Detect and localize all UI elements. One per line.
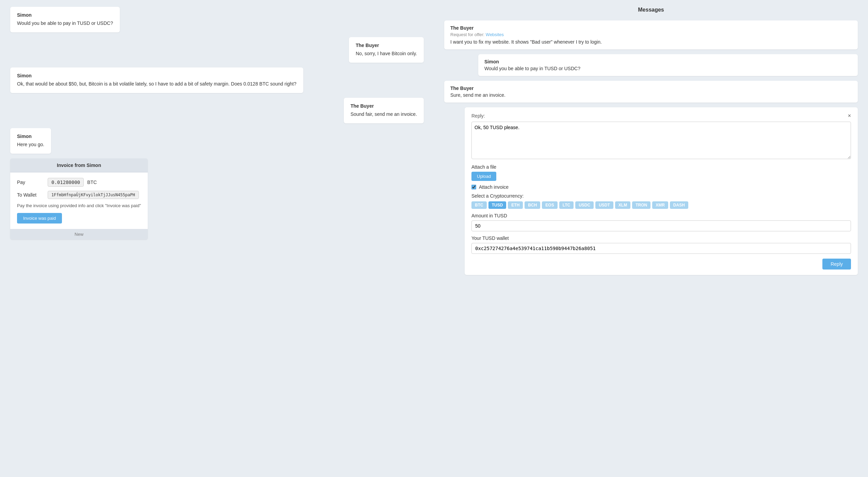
invoice-footer: New [10,229,148,240]
invoice-wallet-label: To Wallet [17,192,44,198]
sender-name-3: Simon [17,73,296,78]
right-msg-simon: Simon Would you be able to pay in TUSD o… [478,54,858,76]
crypto-btn-btc[interactable]: BTC [471,201,487,209]
invoice-paid-button[interactable]: Invoice was paid [17,213,62,224]
invoice-currency: BTC [87,180,97,185]
message-text-4: Sound fair, send me an invoice. [351,111,417,118]
right-msg-buyer-2-text: Sure, send me an invoice. [450,92,852,98]
chat-bubble-1: Simon Would you be able to pay in TUSD o… [10,7,120,32]
right-msg-buyer-2: The Buyer Sure, send me an invoice. [444,81,858,103]
message-text-5: Here you go. [17,141,44,148]
invoice-pay-label: Pay [17,180,44,185]
invoice-body: Pay 0.01280000 BTC To Wallet 1FfmbHfnpaÜ… [10,172,148,229]
invoice-title: Invoice from Simon [57,163,101,168]
invoice-amount: 0.01280000 [48,178,84,187]
chat-bubble-4: The Buyer Sound fair, send me an invoice… [344,98,424,123]
message-text-1: Would you be able to pay in TUSD or USDC… [17,20,113,27]
attach-file-label: Attach a file [471,164,851,170]
upload-button[interactable]: Upload [471,172,496,181]
attach-section: Attach a file Upload [471,164,851,181]
right-msg-buyer-1-offer: Request for offer: Websites [450,32,852,37]
reply-textarea[interactable]: Ok, 50 TUSD please. [471,122,851,159]
offer-link[interactable]: Websites [486,32,504,37]
sender-name-1: Simon [17,12,113,18]
reply-box: Reply: × Ok, 50 TUSD please. Attach a fi… [465,107,858,275]
crypto-btn-xlm[interactable]: XLM [615,201,630,209]
crypto-btn-tusd[interactable]: TUSD [488,201,507,209]
invoice-pay-row: Pay 0.01280000 BTC [17,178,141,187]
right-msg-buyer-1-text: I want you to fix my website. It shows "… [450,39,852,45]
right-panel: Messages The Buyer Request for offer: We… [434,0,868,477]
reply-btn-row: Reply [471,259,851,270]
right-msg-buyer-2-sender: The Buyer [450,86,852,91]
crypto-buttons: BTCTUSDETHBCHEOSLTCUSDCUSDTXLMTRONXMRDAS… [471,201,851,209]
crypto-btn-eth[interactable]: ETH [508,201,523,209]
chat-bubble-5: Simon Here you go. [10,128,51,154]
crypto-btn-bch[interactable]: BCH [525,201,540,209]
invoice-wallet-address: 1FfmbHfnpaÜjKFvyilokTjJJusN455paPH [48,191,139,199]
invoice-note: Pay the invoice using provided info and … [17,203,141,208]
amount-input[interactable] [471,220,851,231]
sender-name-5: Simon [17,134,44,139]
message-text-2: No, sorry, I have Bitcoin only. [356,50,417,57]
crypto-btn-ltc[interactable]: LTC [559,201,574,209]
attach-invoice-label: Attach invoice [479,184,509,190]
reply-label: Reply: [471,113,485,119]
reply-header: Reply: × [471,113,851,119]
chat-bubble-2: The Buyer No, sorry, I have Bitcoin only… [349,37,424,63]
crypto-btn-xmr[interactable]: XMR [652,201,668,209]
reply-submit-button[interactable]: Reply [822,259,851,270]
amount-section: Amount in TUSD [471,213,851,231]
attach-invoice-row: Attach invoice [471,184,851,190]
offer-label: Request for offer: [450,32,484,37]
right-msg-buyer-1: The Buyer Request for offer: Websites I … [444,20,858,49]
crypto-btn-eos[interactable]: EOS [542,201,557,209]
right-msg-buyer-1-sender: The Buyer [450,25,852,31]
messages-title: Messages [444,7,858,13]
invoice-footer-text: New [75,232,83,237]
invoice-card: Invoice from Simon Pay 0.01280000 BTC To… [10,158,148,240]
left-panel: Simon Would you be able to pay in TUSD o… [0,0,434,477]
crypto-section: Select a Cryptocurrency: BTCTUSDETHBCHEO… [471,193,851,209]
invoice-wallet-row: To Wallet 1FfmbHfnpaÜjKFvyilokTjJJusN455… [17,191,141,199]
wallet-label: Your TUSD wallet [471,235,851,241]
right-msg-simon-text: Would you be able to pay in TUSD or USDC… [484,66,852,71]
sender-name-4: The Buyer [351,103,417,109]
wallet-section: Your TUSD wallet [471,235,851,254]
amount-label: Amount in TUSD [471,213,851,218]
crypto-btn-usdt[interactable]: USDT [595,201,613,209]
crypto-btn-dash[interactable]: DASH [670,201,688,209]
attach-invoice-checkbox[interactable] [471,185,476,189]
message-text-3: Ok, that would be about $50, but, Bitcoi… [17,80,296,88]
wallet-input[interactable] [471,243,851,254]
invoice-header: Invoice from Simon [10,158,148,172]
crypto-btn-usdc[interactable]: USDC [575,201,594,209]
sender-name-2: The Buyer [356,43,417,48]
crypto-btn-tron[interactable]: TRON [632,201,650,209]
select-crypto-label: Select a Cryptocurrency: [471,193,851,199]
right-msg-simon-sender: Simon [484,59,852,64]
reply-close-button[interactable]: × [848,113,851,119]
chat-bubble-3: Simon Ok, that would be about $50, but, … [10,67,303,93]
